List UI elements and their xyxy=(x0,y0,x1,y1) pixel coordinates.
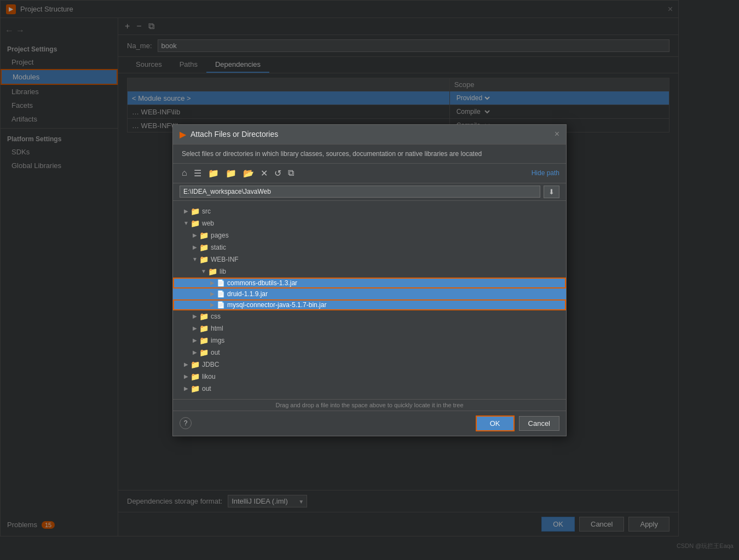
list-item[interactable]: ▶ 📁 imgs xyxy=(173,334,566,347)
folder-up-icon-button[interactable]: 📁 xyxy=(223,167,239,180)
modal-ok-button[interactable]: OK xyxy=(476,415,515,431)
tree-item-label: druid-1.1.9.jar xyxy=(227,290,268,298)
list-item[interactable]: ▶ 📁 html xyxy=(173,322,566,334)
folder-icon: 📁 xyxy=(199,255,209,264)
modal-title-bar: ▶ Attach Files or Directories × xyxy=(173,125,566,145)
list-item[interactable]: ▶ 📁 likou xyxy=(173,371,566,383)
attach-files-dialog: ▶ Attach Files or Directories × Select f… xyxy=(172,124,567,436)
modal-overlay: ▶ Attach Files or Directories × Select f… xyxy=(0,0,739,560)
modal-cancel-button[interactable]: Cancel xyxy=(519,416,559,431)
refresh-icon-button[interactable]: ↺ xyxy=(272,167,284,180)
tree-item-label: mysql-connector-java-5.1.7-bin.jar xyxy=(227,301,326,309)
list-item[interactable]: ▶ 📁 out xyxy=(173,347,566,359)
path-input-row: ⬇ xyxy=(173,183,566,201)
list-item[interactable]: ▶ 📄 druid-1.1.9.jar xyxy=(173,288,566,299)
tree-item-label: pages xyxy=(211,232,229,239)
path-browse-button[interactable]: ⬇ xyxy=(544,186,559,198)
toggle-icon: ▶ xyxy=(190,337,199,343)
list-item[interactable]: ▶ 📁 src xyxy=(173,205,566,217)
jar-icon: 📄 xyxy=(217,301,225,309)
list-item[interactable]: ▼ 📁 web xyxy=(173,217,566,229)
tree-item-label: likou xyxy=(202,373,216,380)
file-tree-wrapper: ▶ 📁 src ▼ 📁 web ▶ 📁 pages xyxy=(173,201,566,399)
toggle-icon: ▼ xyxy=(199,268,208,274)
new-folder-icon-button[interactable]: 📁 xyxy=(206,167,221,180)
folder-icon: 📁 xyxy=(190,219,200,228)
toggle-icon: ▶ xyxy=(182,385,190,391)
home-icon-button[interactable]: ⌂ xyxy=(180,167,189,179)
delete-icon-button[interactable]: ✕ xyxy=(258,167,270,180)
list-item[interactable]: ▶ 📁 css xyxy=(173,310,566,322)
folder-icon: 📁 xyxy=(190,384,200,393)
list-item[interactable]: ▼ 📁 lib xyxy=(173,265,566,278)
tree-item-label: html xyxy=(211,325,223,332)
toggle-icon: ▶ xyxy=(190,232,199,238)
toggle-icon: ▼ xyxy=(182,220,190,226)
toggle-icon: ▶ xyxy=(182,208,190,214)
tree-item-label: out xyxy=(211,349,220,356)
drop-hint: Drag and drop a file into the space abov… xyxy=(173,399,566,411)
tree-item-label: web xyxy=(202,220,214,227)
hide-path-button[interactable]: Hide path xyxy=(532,169,559,177)
jar-icon: 📄 xyxy=(217,290,225,298)
list-item[interactable]: ▶ 📁 static xyxy=(173,241,566,253)
folder-icon: 📁 xyxy=(190,372,200,381)
list-item[interactable]: ▶ 📄 commons-dbutils-1.3.jar xyxy=(173,278,566,288)
modal-footer: ? OK Cancel xyxy=(173,411,566,436)
list-icon-button[interactable]: ☰ xyxy=(192,167,204,180)
toggle-icon: ▶ xyxy=(208,280,217,286)
toggle-icon: ▶ xyxy=(208,302,217,308)
tree-item-label: JDBC xyxy=(202,361,219,368)
modal-icon: ▶ xyxy=(180,129,186,140)
modal-close-button[interactable]: × xyxy=(555,129,559,139)
toggle-icon: ▶ xyxy=(190,313,199,319)
modal-toolbar: ⌂ ☰ 📁 📁 📂 ✕ ↺ ⧉ Hide path xyxy=(173,164,566,183)
folder-icon: 📁 xyxy=(199,348,209,357)
tree-item-label: css xyxy=(211,313,221,320)
list-item[interactable]: ▶ 📁 out xyxy=(173,383,566,395)
toggle-icon: ▶ xyxy=(208,291,217,297)
toggle-icon: ▶ xyxy=(190,244,199,250)
folder-icon: 📁 xyxy=(199,324,209,333)
tree-item-label: out xyxy=(202,385,211,392)
tree-item-label: lib xyxy=(220,268,226,275)
folder-icon: 📁 xyxy=(190,207,200,216)
path-input[interactable] xyxy=(180,186,540,198)
folder-icon: 📁 xyxy=(190,360,200,369)
modal-description: Select files or directories in which lib… xyxy=(173,145,566,164)
folder-icon: 📁 xyxy=(199,231,209,240)
list-item[interactable]: ▼ 📁 WEB-INF xyxy=(173,253,566,265)
toggle-icon: ▶ xyxy=(182,361,190,367)
modal-title: Attach Files or Directories xyxy=(190,130,555,138)
list-item[interactable]: ▶ 📄 mysql-connector-java-5.1.7-bin.jar xyxy=(173,299,566,310)
tree-item-label: imgs xyxy=(211,337,224,344)
toggle-icon: ▶ xyxy=(190,349,199,355)
tree-item-label: static xyxy=(211,244,226,251)
tree-item-label: src xyxy=(202,207,211,215)
folder-icon: 📁 xyxy=(208,267,217,276)
folder-icon: 📁 xyxy=(199,243,209,252)
toggle-icon: ▶ xyxy=(182,373,190,379)
file-tree[interactable]: ▶ 📁 src ▼ 📁 web ▶ 📁 pages xyxy=(173,201,566,399)
list-item[interactable]: ▶ 📁 pages xyxy=(173,229,566,241)
toggle-icon: ▶ xyxy=(190,325,199,331)
tree-item-label: WEB-INF xyxy=(211,256,239,263)
list-item[interactable]: ▶ 📁 JDBC xyxy=(173,359,566,371)
folder-icon: 📁 xyxy=(199,336,209,345)
toggle-icon: ▼ xyxy=(190,256,199,262)
tree-item-label: commons-dbutils-1.3.jar xyxy=(227,279,297,287)
help-button[interactable]: ? xyxy=(180,417,192,429)
jar-icon: 📄 xyxy=(217,279,225,287)
folder-icon: 📁 xyxy=(199,312,209,321)
folder-icon-button[interactable]: 📂 xyxy=(241,167,256,180)
copy-path-icon-button[interactable]: ⧉ xyxy=(286,167,296,179)
